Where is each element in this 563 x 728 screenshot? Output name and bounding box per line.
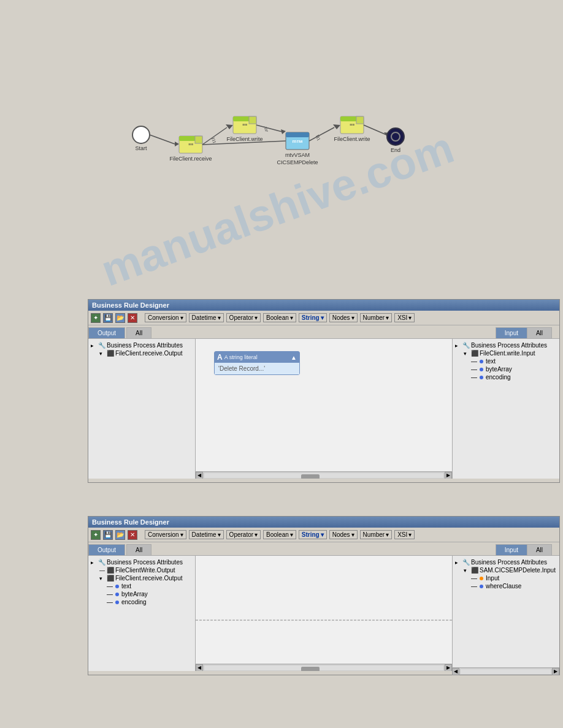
svg-marker-20 [281,129,286,134]
string-menu[interactable]: String▾ [299,313,327,322]
panel1-output-tab[interactable]: Output [88,327,125,338]
add-icon[interactable]: ✦ [91,313,101,323]
flow-diagram: Start ≡≡ FileClient.receive ≡≡ FileClien… [80,80,497,214]
svg-line-40 [364,125,386,135]
panel2-add-icon[interactable]: ✦ [91,530,101,540]
panel2-nodes-menu[interactable]: Nodes▾ [329,530,358,539]
panel2-all-tab-right[interactable]: All [527,544,552,555]
panel2-tree-bytearray[interactable]: — byteArray [91,590,193,598]
panel2-right-scroll-right[interactable]: ▶ [552,668,559,675]
panel2-tree-input[interactable]: — Input [455,574,557,582]
panel1-all-tab-left[interactable]: All [126,327,151,338]
save-icon[interactable]: 💾 [103,313,113,323]
svg-text:≡≡: ≡≡ [350,123,354,127]
panel2-scroll-right[interactable]: ▶ [445,664,452,672]
panel1-left-tree: ▸ 🔧 Business Process Attributes ▾ ⬛ File… [88,339,196,479]
panel2-tree-encoding[interactable]: — encoding [91,598,193,606]
panel2-boolean-menu[interactable]: Boolean▾ [263,530,296,539]
number-menu[interactable]: Number▾ [360,313,393,322]
datetime-menu[interactable]: Datetime▾ [189,313,224,322]
brd-panel-2: Business Rule Designer ✦ 💾 📂 ✕ Conversio… [88,516,560,675]
panel2-scrollbar-h[interactable]: ◀ ▶ [196,664,452,671]
panel2-open-icon[interactable]: 📂 [115,530,125,540]
operator-menu[interactable]: Operator▾ [226,313,261,322]
svg-text:≡≡: ≡≡ [188,142,193,146]
panel1-scrollbar-h[interactable]: ◀ ▶ [196,471,452,479]
panel2-save-icon[interactable]: 💾 [103,530,113,540]
svg-text:mtvVSAM: mtvVSAM [285,152,310,158]
svg-text:Start: Start [135,145,147,151]
tree-item-encoding[interactable]: — encoding [455,373,557,381]
svg-text:FileClient.receive: FileClient.receive [169,156,212,162]
panel2-conversion-menu[interactable]: Conversion▾ [145,530,186,539]
panel2-left-tree: ▸ 🔧 Business Process Attributes — ⬛ File… [88,556,196,671]
panel2-number-menu[interactable]: Number▾ [360,530,393,539]
conversion-menu[interactable]: Conversion▾ [145,313,186,322]
tree-item-bpa-right1[interactable]: ▸ 🔧 Business Process Attributes [455,341,557,349]
scroll-left-arrow[interactable]: ◀ [196,472,203,479]
panel2-canvas: ◀ ▶ [196,556,452,671]
string-literal-box[interactable]: A A string literal ▲ 'Delete Record...' [214,351,300,375]
svg-rect-26 [286,132,309,137]
panel1-content: ▸ 🔧 Business Process Attributes ▾ ⬛ File… [88,339,559,479]
svg-rect-6 [195,136,202,143]
panel2-datetime-menu[interactable]: Datetime▾ [189,530,224,539]
panel2-tree-text[interactable]: — text [91,582,193,590]
svg-line-34 [317,138,320,140]
delete-icon[interactable]: ✕ [128,313,137,323]
panel2-content: ▸ 🔧 Business Process Attributes — ⬛ File… [88,556,559,671]
panel1-input-tab[interactable]: Input [496,327,527,338]
svg-line-2 [150,135,175,144]
panel2-delete-icon[interactable]: ✕ [128,530,137,540]
boolean-menu[interactable]: Boolean▾ [263,313,296,322]
panel2-tree-bpa[interactable]: ▸ 🔧 Business Process Attributes [91,558,193,566]
panel2-operator-menu[interactable]: Operator▾ [226,530,261,539]
panel2-scroll-left[interactable]: ◀ [196,664,203,672]
svg-marker-10 [226,124,233,129]
panel1-right-tree: ▸ 🔧 Business Process Attributes ▾ ⬛ File… [452,339,559,479]
panel2-tree-fcw-output[interactable]: — ⬛ FileClientWrite.Output [91,566,193,574]
panel2-tree-bpa-right[interactable]: ▸ 🔧 Business Process Attributes [455,558,557,566]
svg-text:CICSEMPDelete: CICSEMPDelete [277,159,318,165]
panel2-output-tab[interactable]: Output [88,544,125,555]
svg-line-23 [265,131,268,131]
svg-marker-3 [175,142,179,146]
nodes-menu[interactable]: Nodes▾ [329,313,358,322]
panel2-string-menu[interactable]: String▾ [299,530,327,539]
panel2-tree-fcr-output[interactable]: ▾ ⬛ FileClient.receive.Output [91,574,193,582]
panel2-tree-whereclause[interactable]: — whereClause [455,582,557,590]
panel1-toolbar: ✦ 💾 📂 ✕ Conversion▾ Datetime▾ Operator▾ … [88,311,559,325]
svg-text:≡≡: ≡≡ [242,123,247,127]
svg-line-19 [256,125,282,132]
svg-line-30 [309,127,334,141]
svg-marker-31 [333,124,340,129]
scroll-right-arrow[interactable]: ▶ [445,472,452,479]
svg-text:mтм: mтм [293,138,303,144]
tree-item-text[interactable]: — text [455,357,557,365]
xsi-menu[interactable]: XSI▾ [394,313,415,322]
sl-value[interactable]: 'Delete Record...' [215,363,299,374]
svg-point-42 [387,128,404,145]
svg-text:FileClient.write: FileClient.write [334,136,370,142]
panel2-toolbar: ✦ 💾 📂 ✕ Conversion▾ Datetime▾ Operator▾ … [88,528,559,542]
panel2-all-tab-left[interactable]: All [126,544,151,555]
svg-rect-16 [249,116,256,124]
panel2-right-tree: ▸ 🔧 Business Process Attributes ▾ ⬛ SAM.… [452,556,559,671]
svg-line-22 [264,129,267,129]
tree-item-bpa1[interactable]: ▸ 🔧 Business Process Attributes [91,341,193,349]
svg-point-0 [132,126,150,143]
panel1-title: Business Rule Designer [88,300,559,311]
tree-item-fcw-input[interactable]: ▾ ⬛ FileClient.write.Input [455,349,557,357]
svg-line-13 [213,142,216,143]
panel1-canvas: A A string literal ▲ 'Delete Record...' … [196,339,452,479]
svg-line-12 [212,140,215,141]
panel1-all-tab-right[interactable]: All [527,327,552,338]
open-icon[interactable]: 📂 [115,313,125,323]
panel2-tree-sam-input[interactable]: ▾ ⬛ SAM.CICSEMPDelete.Input [455,566,557,574]
tree-item-fcr-output[interactable]: ▾ ⬛ FileClient.receive.Output [91,349,193,357]
panel2-input-tab[interactable]: Input [496,544,527,555]
panel2-right-scroll-left[interactable]: ◀ [452,668,459,675]
tree-item-bytearray[interactable]: — byteArray [455,365,557,373]
brd-panel-1: Business Rule Designer ✦ 💾 📂 ✕ Conversio… [88,299,560,483]
panel2-xsi-menu[interactable]: XSI▾ [394,530,415,539]
